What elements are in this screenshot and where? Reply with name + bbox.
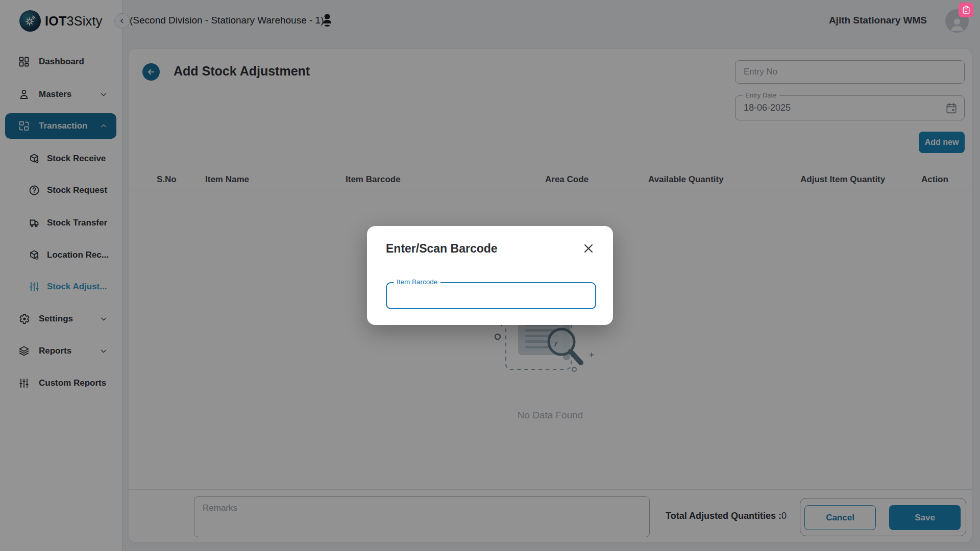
close-icon[interactable] [581,241,596,256]
modal-title: Enter/Scan Barcode [386,242,498,256]
item-barcode-field: Item Barcode [386,282,596,309]
item-barcode-label: Item Barcode [394,278,440,286]
clipboard-badge-icon[interactable] [959,3,973,17]
item-barcode-input[interactable] [387,283,595,308]
barcode-modal: Enter/Scan Barcode Item Barcode [367,226,613,325]
